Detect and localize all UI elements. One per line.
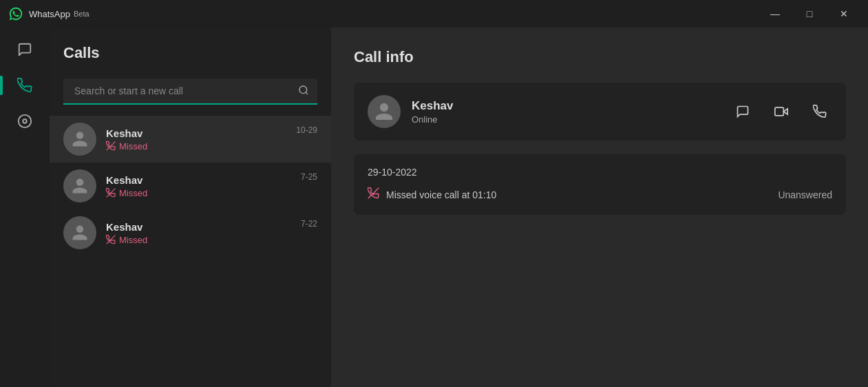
window-controls: — □ ✕ [759,3,860,24]
contact-name: Keshav [106,221,291,233]
calls-panel: Calls Keshav [50,28,332,387]
svg-marker-6 [783,109,787,114]
call-status: Missed [106,188,291,198]
chat-action-button[interactable] [730,99,755,124]
call-status: Missed [106,235,291,245]
sidebar [0,28,50,387]
call-log-result: Unanswered [778,189,832,200]
avatar [63,169,96,202]
close-button[interactable]: ✕ [828,3,860,24]
call-log-date: 29-10-2022 [368,167,832,178]
search-container [63,79,317,105]
call-status: Missed [106,141,286,151]
contact-name: Keshav [412,99,719,113]
contact-card: Keshav Online [354,83,846,140]
call-log-section: 29-10-2022 Missed voice call at 01:10 Un… [354,154,846,215]
call-log-text: Missed voice call at 01:10 [386,189,771,200]
minimize-button[interactable]: — [759,3,791,24]
contact-avatar [368,95,401,128]
missed-call-icon [368,187,379,202]
contact-actions [730,99,832,124]
call-item[interactable]: Keshav Missed 7-22 [50,209,331,256]
call-item[interactable]: Keshav Missed 10-29 [50,116,331,163]
sidebar-item-calls[interactable] [8,69,41,102]
svg-point-1 [23,119,27,123]
call-info: Keshav Missed [106,174,291,198]
svg-point-2 [299,86,307,94]
search-icon [298,85,309,98]
call-date: 10-29 [296,125,317,135]
contact-name: Keshav [106,174,291,186]
contact-online-status: Online [412,114,719,125]
call-date: 7-22 [301,219,317,229]
right-panel: Call info Keshav Online [332,28,868,387]
avatar [63,216,96,249]
contact-details: Keshav Online [412,99,719,125]
calls-title: Calls [63,44,317,62]
app-name: WhatsApp [29,9,70,19]
voice-call-action-button[interactable] [807,99,832,124]
call-list: Keshav Missed 10-29 Kes [50,116,331,387]
svg-point-0 [19,115,31,127]
app-logo [8,6,23,21]
sidebar-item-chats[interactable] [8,33,41,66]
beta-label: Beta [74,10,89,18]
calls-header: Calls [50,28,331,73]
call-log-entry: Missed voice call at 01:10 Unanswered [368,187,832,202]
call-date: 7-25 [301,172,317,182]
main-content: Calls Keshav [0,28,868,387]
call-info: Keshav Missed [106,127,286,151]
maximize-button[interactable]: □ [794,3,825,24]
avatar [63,123,96,156]
call-info: Keshav Missed [106,221,291,245]
call-info-title: Call info [354,48,846,66]
svg-rect-7 [775,107,784,116]
contact-name: Keshav [106,127,286,139]
sidebar-item-status[interactable] [8,105,41,138]
call-item[interactable]: Keshav Missed 7-25 [50,163,331,209]
title-bar: WhatsApp Beta — □ ✕ [0,0,868,28]
video-call-action-button[interactable] [769,99,794,124]
search-input[interactable] [63,79,317,105]
